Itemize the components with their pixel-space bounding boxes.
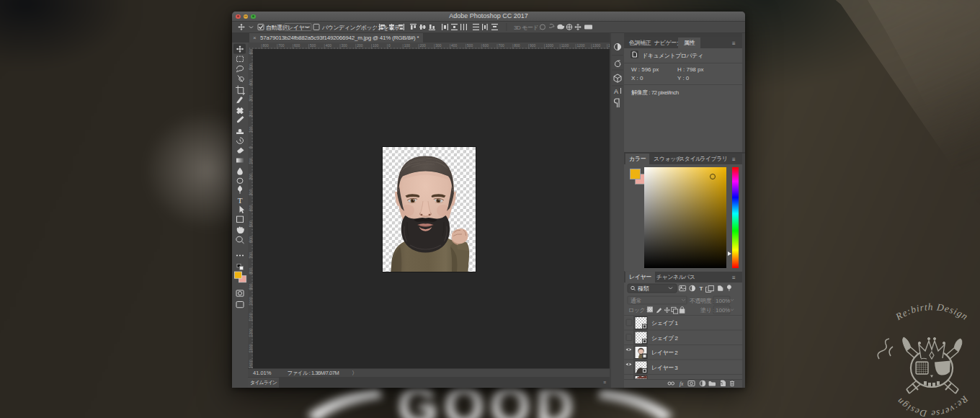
svg-text:通常: 通常 (631, 297, 641, 304)
svg-text:0: 0 (249, 146, 253, 148)
svg-text:600: 600 (483, 43, 489, 48)
svg-text:1100: 1100 (561, 43, 569, 48)
svg-text:200: 200 (249, 111, 253, 117)
svg-text:700: 700 (249, 252, 253, 259)
svg-text:100: 100 (249, 126, 253, 133)
svg-text:800: 800 (249, 268, 253, 275)
svg-text:400: 400 (451, 43, 457, 48)
svg-text:レイヤー 2: レイヤー 2 (651, 350, 678, 356)
svg-text:100%: 100% (716, 298, 730, 304)
svg-text:種類: 種類 (637, 285, 650, 292)
svg-text:500: 500 (249, 63, 253, 70)
svg-text:1100: 1100 (249, 313, 253, 321)
svg-text:500: 500 (249, 221, 253, 227)
svg-text:300: 300 (249, 95, 253, 102)
svg-text:0: 0 (388, 43, 391, 48)
svg-text:700: 700 (499, 43, 504, 48)
svg-text:800: 800 (514, 43, 520, 48)
svg-text:900: 900 (249, 283, 253, 290)
svg-text:T: T (238, 197, 243, 205)
svg-text:A: A (614, 88, 618, 95)
svg-text:Re:verse Design: Re:verse Design (894, 393, 971, 418)
svg-text:自動選択 :: 自動選択 : (266, 24, 290, 31)
svg-text:1000: 1000 (249, 297, 253, 306)
svg-text:Re:birth Design: Re:birth Design (894, 301, 971, 322)
svg-text:600: 600 (249, 236, 253, 243)
svg-text:500: 500 (467, 43, 473, 48)
svg-text:シェイプ 2: シェイプ 2 (651, 335, 678, 342)
svg-text:200: 200 (420, 43, 426, 48)
svg-text:ロック :: ロック : (628, 307, 648, 314)
svg-text:300: 300 (249, 190, 253, 196)
svg-text:1200: 1200 (577, 43, 585, 48)
svg-text:レイヤー 3: レイヤー 3 (651, 365, 678, 371)
svg-text:400: 400 (326, 43, 331, 48)
svg-text:300: 300 (435, 43, 441, 48)
svg-text:200: 200 (249, 174, 253, 180)
svg-text:100%: 100% (716, 307, 730, 314)
svg-text:100: 100 (249, 158, 253, 164)
svg-text:T: T (700, 285, 703, 292)
svg-text:600: 600 (294, 43, 300, 48)
svg-text:1000: 1000 (545, 43, 553, 48)
svg-text:1300: 1300 (592, 43, 600, 48)
svg-text:500: 500 (310, 43, 316, 48)
svg-text:塗り :: 塗り : (700, 307, 714, 314)
svg-text:200: 200 (357, 43, 362, 48)
svg-text:700: 700 (278, 43, 284, 48)
svg-text:バウンディングボックスを表示: バウンディングボックスを表示 (321, 25, 400, 31)
svg-text:不透明度 :: 不透明度 : (690, 298, 714, 304)
svg-text:1200: 1200 (249, 329, 253, 337)
svg-text:100: 100 (404, 43, 410, 48)
svg-text:800: 800 (263, 43, 269, 48)
svg-text:400: 400 (249, 205, 253, 211)
svg-text:fx: fx (680, 381, 684, 387)
svg-text:600: 600 (249, 49, 253, 55)
svg-text:900: 900 (530, 43, 535, 48)
svg-text:1300: 1300 (249, 344, 253, 352)
svg-text:400: 400 (249, 79, 253, 86)
svg-text:3D モード :: 3D モード : (514, 25, 541, 31)
svg-text:100: 100 (373, 43, 378, 48)
svg-text:1400: 1400 (249, 360, 253, 368)
svg-text:シェイプ 1: シェイプ 1 (651, 320, 678, 326)
svg-text:300: 300 (342, 43, 347, 48)
